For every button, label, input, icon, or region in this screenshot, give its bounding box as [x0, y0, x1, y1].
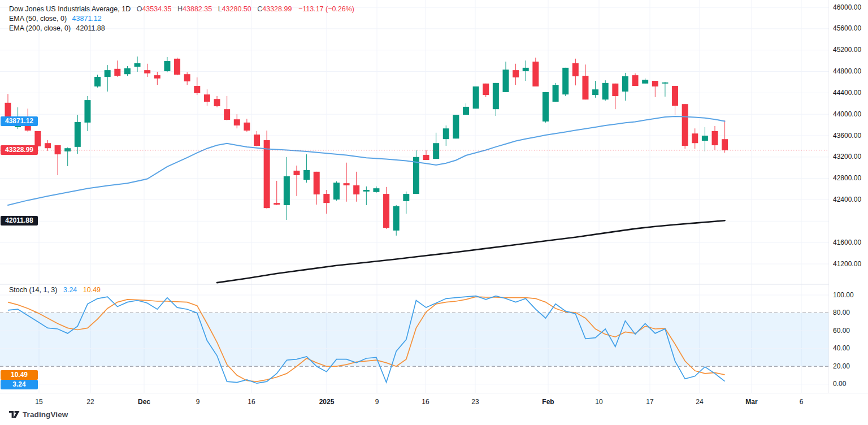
candle-down — [582, 76, 588, 99]
stoch-label[interactable]: Stoch (14, 1, 3) — [9, 286, 57, 294]
ema200-line[interactable] — [217, 220, 725, 283]
candle-up — [443, 128, 449, 139]
candle-up — [562, 68, 568, 94]
high-key: H — [177, 5, 183, 13]
candle-up — [105, 70, 111, 77]
candle-up — [453, 115, 459, 138]
candle-up — [463, 107, 469, 115]
ema50-value: 43871.12 — [72, 15, 102, 23]
price-axis-label: 44000.00 — [833, 110, 861, 118]
axis-badge-42011.88: 42011.88 — [1, 216, 38, 225]
candle-down — [483, 84, 489, 95]
candle-down — [194, 86, 200, 93]
stoch-axis-label: 80.00 — [833, 309, 850, 316]
candle-down — [184, 74, 190, 81]
low-value: 43280.50 — [222, 5, 251, 13]
candle-up — [363, 190, 370, 192]
candle-down — [314, 172, 320, 194]
open-value: 43534.35 — [142, 5, 171, 13]
candle-down — [682, 104, 688, 146]
ema50-row[interactable]: EMA (50, close, 0) 43871.12 — [9, 14, 354, 24]
time-axis-label: Mar — [745, 398, 757, 406]
stoch-axis-label: 20.00 — [833, 362, 850, 370]
candle-down — [234, 119, 240, 125]
candle-down — [513, 70, 519, 77]
price-axis-label: 41600.00 — [833, 238, 861, 246]
watermark-text: TradingView — [23, 410, 68, 419]
chart-canvas[interactable] — [0, 0, 868, 393]
ema200-label[interactable]: EMA (200, close, 0) — [9, 24, 71, 32]
candle-down — [224, 109, 230, 120]
time-axis-label: 17 — [646, 398, 653, 406]
candle-down — [612, 84, 618, 96]
candle-up — [75, 122, 81, 147]
candle-down — [572, 63, 579, 76]
time-axis-label: 23 — [471, 398, 479, 406]
candle-up — [303, 170, 310, 180]
candle-up — [622, 76, 628, 92]
tradingview-watermark[interactable]: TradingView — [9, 410, 68, 419]
candle-down — [254, 135, 260, 146]
price-axis[interactable]: 46000.0045600.0045200.0044800.0044400.00… — [829, 0, 868, 393]
price-axis-label: 44400.00 — [833, 89, 861, 97]
close-key: C — [257, 5, 262, 13]
stoch-axis-label: 60.00 — [833, 327, 850, 335]
candle-down — [293, 171, 300, 175]
price-axis-label: 42400.00 — [833, 196, 861, 203]
candle-down — [632, 75, 639, 86]
candle-down — [712, 131, 718, 145]
candle-up — [542, 92, 549, 122]
time-axis-label: 16 — [422, 398, 429, 406]
ema50-label[interactable]: EMA (50, close, 0) — [9, 15, 67, 23]
stoch-legend[interactable]: Stoch (14, 1, 3) 3.24 10.49 — [9, 286, 101, 294]
candle-up — [124, 68, 131, 74]
price-axis-label: 41200.00 — [833, 260, 861, 268]
price-axis-label: 42800.00 — [833, 174, 861, 182]
candle-up — [84, 100, 90, 123]
candle-up — [523, 68, 529, 71]
candle-up — [164, 61, 170, 71]
time-axis-label: 16 — [248, 398, 255, 406]
axis-badge-43328.99: 43328.99 — [1, 145, 38, 155]
candle-up — [403, 194, 409, 201]
stoch-axis-label: 40.00 — [833, 344, 850, 352]
price-axis-label: 46000.00 — [833, 3, 861, 11]
stoch-axis-label: 0.00 — [833, 380, 846, 388]
time-axis-label: 22 — [86, 398, 94, 406]
candle-down — [692, 133, 698, 143]
tradingview-logo-icon — [9, 410, 20, 419]
candle-up — [64, 148, 71, 151]
ema200-row[interactable]: EMA (200, close, 0) 42011.88 — [9, 24, 354, 33]
legend: Dow Jones US Industrials Average, 1D O43… — [9, 5, 354, 33]
change-value: −113.17 (−0.26%) — [298, 5, 354, 13]
candle-down — [144, 70, 150, 73]
price-axis-label: 44800.00 — [833, 67, 861, 75]
time-axis-label: 24 — [696, 398, 703, 406]
candle-up — [473, 86, 479, 109]
symbol-title[interactable]: Dow Jones US Industrials Average, 1D — [9, 5, 131, 13]
candle-down — [652, 81, 658, 86]
candle-up — [553, 85, 559, 102]
close-value: 43328.99 — [262, 5, 292, 13]
candle-up — [433, 143, 439, 159]
low-key: L — [218, 5, 222, 13]
candle-down — [154, 75, 160, 79]
candle-down — [174, 59, 180, 75]
candle-down — [423, 155, 429, 160]
candle-down — [672, 86, 678, 106]
tradingview-chart: Dow Jones US Industrials Average, 1D O43… — [0, 0, 868, 425]
candle-up — [602, 83, 609, 99]
candle-down — [45, 143, 51, 148]
candle-down — [532, 62, 539, 86]
candle-up — [493, 83, 499, 109]
stoch-band — [0, 313, 829, 367]
time-axis[interactable]: 1522Dec916202591623Feb101724Mar6 — [0, 393, 868, 410]
candle-up — [94, 77, 101, 86]
candle-down — [274, 203, 280, 205]
price-axis-label: 43600.00 — [833, 132, 861, 140]
symbol-row[interactable]: Dow Jones US Industrials Average, 1D O43… — [9, 5, 354, 14]
candle-down — [114, 69, 120, 76]
time-axis-label: 9 — [375, 398, 379, 406]
candle-up — [662, 83, 668, 84]
candle-up — [373, 188, 379, 192]
